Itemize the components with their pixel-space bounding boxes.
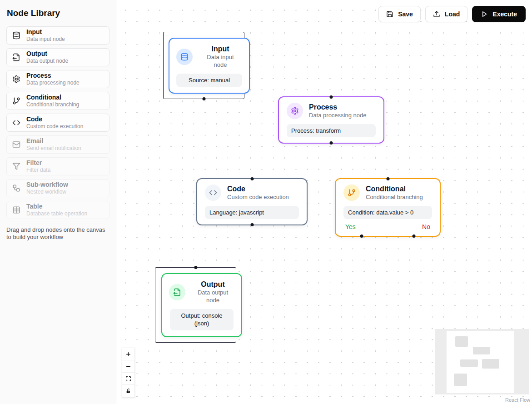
fit-view-button[interactable] xyxy=(122,373,134,385)
database-icon xyxy=(176,49,193,65)
library-item-subtitle: Conditional branching xyxy=(26,101,79,108)
table-icon xyxy=(12,206,20,214)
process-node-target-handle[interactable] xyxy=(330,95,333,99)
input-node[interactable]: Input Data input node Source: manual xyxy=(169,38,250,94)
sidebar-hint: Drag and drop nodes onto the canvas to b… xyxy=(6,226,109,241)
library-item-title: Filter xyxy=(26,159,50,167)
node-subtitle: Custom code execution xyxy=(227,194,289,201)
library-item-table: TableDatabase table operation xyxy=(6,201,109,219)
minimap-node-code xyxy=(460,359,478,367)
zoom-controls xyxy=(122,348,135,398)
node-config: Condition: data.value > 0 xyxy=(343,206,432,219)
conditional-node-target-handle[interactable] xyxy=(386,177,389,180)
minimap-node-conditional xyxy=(482,359,499,369)
library-item-title: Table xyxy=(26,203,87,210)
file-output-icon xyxy=(169,284,185,300)
no-branch-label: No xyxy=(422,223,430,230)
save-button-label: Save xyxy=(398,10,413,18)
node-title: Process xyxy=(309,103,366,112)
play-icon xyxy=(481,10,488,18)
save-button[interactable]: Save xyxy=(378,6,421,22)
code-node[interactable]: Code Custom code execution Language: jav… xyxy=(196,178,308,225)
input-node-source-handle[interactable] xyxy=(202,97,205,100)
zoom-in-button[interactable] xyxy=(122,348,134,360)
database-icon xyxy=(12,31,20,40)
conditional-node-no-handle[interactable] xyxy=(412,234,415,238)
fit-view-icon xyxy=(125,376,131,382)
library-item-title: Process xyxy=(26,72,80,80)
library-item-subtitle: Nested workflow xyxy=(26,189,68,195)
floppy-disk-icon xyxy=(386,10,393,18)
library-item-title: Email xyxy=(26,137,81,145)
library-item-subtitle: Data output node xyxy=(26,58,68,65)
library-item-email: EmailSend email notification xyxy=(6,135,109,154)
minimap-node-output xyxy=(454,374,467,386)
flow-canvas[interactable]: Save Load Execute Input Data input node … xyxy=(116,0,532,404)
upload-icon xyxy=(433,10,440,18)
funnel-icon xyxy=(12,162,20,170)
execute-button-label: Execute xyxy=(492,10,517,18)
node-library-sidebar: Node Library InputData input node Output… xyxy=(0,0,116,404)
load-button[interactable]: Load xyxy=(425,6,467,22)
node-config: Process: transform xyxy=(287,124,376,138)
node-title: Output xyxy=(191,280,234,289)
library-item-filter: FilterFilter data xyxy=(6,157,109,175)
toolbar: Save Load Execute xyxy=(378,6,526,22)
node-config: Output: console (json) xyxy=(170,309,234,330)
library-item-conditional[interactable]: ConditionalConditional branching xyxy=(6,92,109,110)
library-item-subtitle: Data processing node xyxy=(26,80,80,86)
code-node-target-handle[interactable] xyxy=(250,177,254,180)
minimap[interactable] xyxy=(435,329,529,394)
zoom-out-button[interactable] xyxy=(122,360,134,373)
conditional-node[interactable]: Conditional Conditional branching Condit… xyxy=(335,178,441,237)
library-item-subtitle: Custom code execution xyxy=(26,123,83,130)
node-subtitle: Data output node xyxy=(194,289,232,304)
library-item-title: Output xyxy=(26,50,68,58)
conditional-node-yes-handle[interactable] xyxy=(360,234,363,238)
library-item-code[interactable]: CodeCustom code execution xyxy=(6,114,109,132)
library-item-input[interactable]: InputData input node xyxy=(6,26,109,45)
minimap-node-input xyxy=(455,336,468,347)
gear-icon xyxy=(12,75,20,83)
library-item-process[interactable]: ProcessData processing node xyxy=(6,70,109,88)
plus-icon xyxy=(125,351,131,357)
process-node-source-handle[interactable] xyxy=(330,141,333,145)
mail-icon xyxy=(12,140,20,149)
node-title: Code xyxy=(227,185,289,194)
process-node[interactable]: Process Data processing node Process: tr… xyxy=(278,96,384,144)
sidebar-title: Node Library xyxy=(7,8,109,18)
react-flow-attribution: React Flow xyxy=(505,397,530,403)
code-node-source-handle[interactable] xyxy=(250,223,254,226)
minus-icon xyxy=(125,364,131,369)
conditional-branch-labels: Yes No xyxy=(343,223,432,230)
node-title: Conditional xyxy=(366,185,423,194)
load-button-label: Load xyxy=(445,10,460,18)
library-item-output[interactable]: OutputData output node xyxy=(6,48,109,66)
library-item-title: Code xyxy=(26,115,83,123)
library-item-sub-workflow: Sub-workflowNested workflow xyxy=(6,179,109,197)
execute-button[interactable]: Execute xyxy=(472,6,526,22)
yes-branch-label: Yes xyxy=(345,223,356,230)
node-config: Language: javascript xyxy=(205,206,299,219)
output-node[interactable]: Output Data output node Output: console … xyxy=(161,273,242,337)
node-subtitle: Data input node xyxy=(201,54,239,69)
node-subtitle: Conditional branching xyxy=(366,194,423,201)
node-title: Input xyxy=(199,45,242,54)
node-subtitle: Data processing node xyxy=(309,112,366,120)
library-item-subtitle: Filter data xyxy=(26,167,50,174)
library-item-title: Input xyxy=(26,28,65,36)
git-branch-icon xyxy=(12,97,20,105)
library-item-subtitle: Data input node xyxy=(26,36,65,43)
library-item-title: Sub-workflow xyxy=(26,181,68,189)
code-brackets-icon xyxy=(12,119,20,127)
node-config: Source: manual xyxy=(176,74,242,87)
minimap-node-process xyxy=(473,347,490,354)
output-node-target-handle[interactable] xyxy=(194,266,197,269)
lock-button[interactable] xyxy=(122,385,134,397)
library-item-subtitle: Database table operation xyxy=(26,210,87,217)
file-output-icon xyxy=(12,53,20,61)
lock-icon xyxy=(125,388,131,394)
gear-icon xyxy=(287,103,303,119)
library-item-subtitle: Send email notification xyxy=(26,145,81,152)
sub-workflow-icon xyxy=(12,184,20,192)
